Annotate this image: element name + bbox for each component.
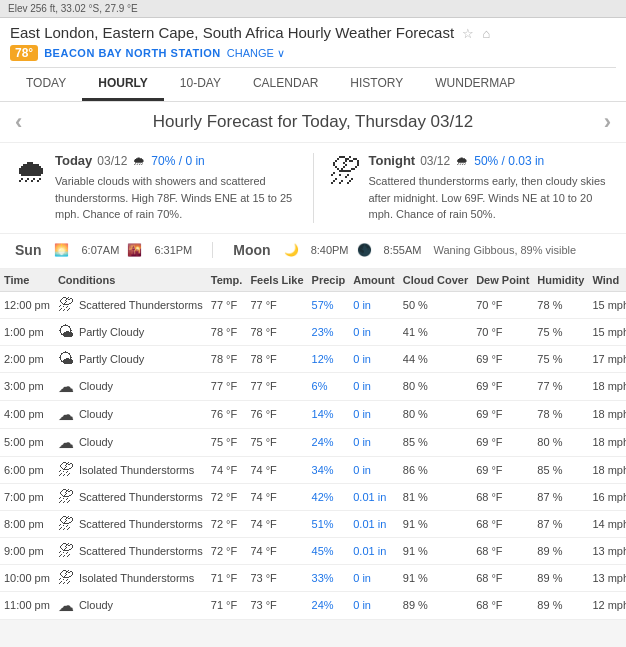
cell-amount: 0 in <box>349 456 399 483</box>
condition-icon: ⛈ <box>58 296 74 314</box>
tab-hourly[interactable]: HOURLY <box>82 68 164 101</box>
cell-dew: 69 °F <box>472 428 533 456</box>
tab-calendar[interactable]: CALENDAR <box>237 68 334 101</box>
tonight-card-header: Tonight 03/12 🌧 50% / 0.03 in <box>369 153 612 168</box>
cell-wind: 16 mph ENE <box>588 483 626 510</box>
star-icon[interactable]: ☆ <box>462 26 474 41</box>
cell-precip: 23% <box>308 318 350 345</box>
sunrise-icon: 🌅 <box>54 243 69 257</box>
cell-amount: 0.01 in <box>349 510 399 537</box>
prev-arrow[interactable]: ‹ <box>15 109 22 135</box>
condition-icon: 🌤 <box>58 350 74 368</box>
cell-temp: 77 °F <box>207 372 247 400</box>
tonight-weather-icon: ⛈ <box>329 153 361 190</box>
cell-amount: 0 in <box>349 318 399 345</box>
nav-tabs: TODAY HOURLY 10-DAY CALENDAR HISTORY WUN… <box>10 67 616 101</box>
card-divider <box>313 153 314 223</box>
today-card-header: Today 03/12 🌧 70% / 0 in <box>55 153 298 168</box>
cell-temp: 72 °F <box>207 510 247 537</box>
cell-temp: 78 °F <box>207 318 247 345</box>
cell-precip: 57% <box>308 291 350 318</box>
cell-time: 4:00 pm <box>0 400 54 428</box>
cell-dew: 68 °F <box>472 564 533 591</box>
moonrise-time: 8:40PM <box>311 244 349 256</box>
change-link[interactable]: CHANGE ∨ <box>227 47 285 60</box>
cell-time: 2:00 pm <box>0 345 54 372</box>
cell-precip: 42% <box>308 483 350 510</box>
col-wind: Wind <box>588 269 626 292</box>
moonrise-icon: 🌙 <box>284 243 299 257</box>
hourly-table: Time Conditions Temp. Feels Like Precip … <box>0 269 626 620</box>
cell-precip: 24% <box>308 428 350 456</box>
cell-precip: 34% <box>308 456 350 483</box>
moon-phase: Waning Gibbous, 89% visible <box>433 244 576 256</box>
cell-dew: 69 °F <box>472 345 533 372</box>
cell-time: 12:00 pm <box>0 291 54 318</box>
top-bar: Elev 256 ft, 33.02 °S, 27.9 °E <box>0 0 626 18</box>
cell-conditions: ⛈ Scattered Thunderstorms <box>54 483 207 510</box>
cell-amount: 0.01 in <box>349 537 399 564</box>
hourly-table-wrapper: Time Conditions Temp. Feels Like Precip … <box>0 269 626 620</box>
today-description: Variable clouds with showers and scatter… <box>55 173 298 223</box>
condition-icon: ⛈ <box>58 542 74 560</box>
condition-text: Isolated Thunderstorms <box>79 464 194 476</box>
tab-wundermap[interactable]: WUNDERMAP <box>419 68 531 101</box>
cell-cloud: 86 % <box>399 456 472 483</box>
condition-icon: 🌤 <box>58 323 74 341</box>
cell-conditions: ☁ Cloudy <box>54 400 207 428</box>
cell-cloud: 81 % <box>399 483 472 510</box>
cell-precip: 24% <box>308 591 350 619</box>
cell-dew: 69 °F <box>472 400 533 428</box>
cell-wind: 18 mph ENE <box>588 372 626 400</box>
cell-humidity: 89 % <box>533 564 588 591</box>
cell-dew: 69 °F <box>472 456 533 483</box>
sun-moon-row: Sun 🌅 6:07AM 🌇 6:31PM Moon 🌙 8:40PM 🌑 8:… <box>0 234 626 269</box>
cell-precip: 33% <box>308 564 350 591</box>
cell-conditions: ⛈ Scattered Thunderstorms <box>54 537 207 564</box>
cell-humidity: 80 % <box>533 428 588 456</box>
cell-wind: 18 mph ENE <box>588 400 626 428</box>
condition-text: Isolated Thunderstorms <box>79 572 194 584</box>
condition-icon: ⛈ <box>58 488 74 506</box>
tab-10day[interactable]: 10-DAY <box>164 68 237 101</box>
cell-cloud: 91 % <box>399 537 472 564</box>
tonight-card: ⛈ Tonight 03/12 🌧 50% / 0.03 in Scattere… <box>329 153 612 223</box>
header: East London, Eastern Cape, South Africa … <box>0 18 626 102</box>
cell-wind: 12 mph NE <box>588 591 626 619</box>
table-row: 7:00 pm ⛈ Scattered Thunderstorms 72 °F … <box>0 483 626 510</box>
cell-wind: 18 mph ENE <box>588 428 626 456</box>
cell-time: 5:00 pm <box>0 428 54 456</box>
cell-humidity: 75 % <box>533 318 588 345</box>
station-name[interactable]: BEACON BAY NORTH STATION <box>44 47 221 59</box>
cell-amount: 0 in <box>349 345 399 372</box>
cell-amount: 0 in <box>349 291 399 318</box>
cell-amount: 0.01 in <box>349 483 399 510</box>
condition-icon: ☁ <box>58 377 74 396</box>
cell-temp: 71 °F <box>207 591 247 619</box>
condition-icon: ☁ <box>58 433 74 452</box>
sunset-icon: 🌇 <box>127 243 142 257</box>
cell-cloud: 80 % <box>399 400 472 428</box>
moon-block: Moon 🌙 8:40PM 🌑 8:55AM Waning Gibbous, 8… <box>233 242 576 258</box>
cell-humidity: 78 % <box>533 291 588 318</box>
cell-feels: 74 °F <box>246 483 307 510</box>
cell-amount: 0 in <box>349 564 399 591</box>
cell-temp: 75 °F <box>207 428 247 456</box>
today-date: 03/12 <box>97 154 127 168</box>
next-arrow[interactable]: › <box>604 109 611 135</box>
cell-wind: 15 mph ENE <box>588 318 626 345</box>
sunset-time: 6:31PM <box>154 244 192 256</box>
condition-text: Scattered Thunderstorms <box>79 518 203 530</box>
moon-label: Moon <box>233 242 270 258</box>
tab-today[interactable]: TODAY <box>10 68 82 101</box>
condition-text: Partly Cloudy <box>79 353 144 365</box>
cell-temp: 76 °F <box>207 400 247 428</box>
tab-history[interactable]: HISTORY <box>334 68 419 101</box>
home-icon[interactable]: ⌂ <box>482 26 490 41</box>
table-row: 2:00 pm 🌤 Partly Cloudy 78 °F 78 °F 12% … <box>0 345 626 372</box>
cell-amount: 0 in <box>349 591 399 619</box>
cell-wind: 15 mph ENE <box>588 291 626 318</box>
cell-humidity: 89 % <box>533 537 588 564</box>
cell-humidity: 87 % <box>533 510 588 537</box>
table-row: 6:00 pm ⛈ Isolated Thunderstorms 74 °F 7… <box>0 456 626 483</box>
